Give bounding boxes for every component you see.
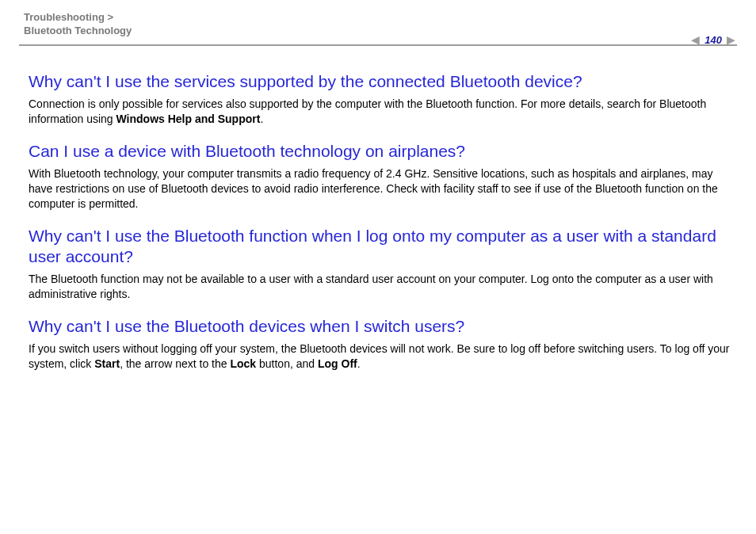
- breadcrumb-line2: Bluetooth Technology: [24, 25, 132, 36]
- section-body: If you switch users without logging off …: [29, 341, 732, 372]
- page-number: 140: [701, 34, 725, 46]
- breadcrumb-line1: Troubleshooting >: [24, 11, 113, 23]
- section-heading: Can I use a device with Bluetooth techno…: [29, 141, 732, 162]
- next-arrow-icon[interactable]: ▶: [725, 33, 737, 46]
- content-area: Why can't I use the services supported b…: [0, 46, 756, 372]
- section-body: With Bluetooth technology, your computer…: [29, 166, 732, 212]
- bold-text: Start: [94, 357, 120, 370]
- breadcrumb: Troubleshooting > Bluetooth Technology: [24, 11, 132, 38]
- section-body: Connection is only possible for services…: [29, 97, 732, 127]
- prev-arrow-icon[interactable]: ◀: [689, 33, 701, 46]
- body-text: .: [357, 357, 361, 370]
- bold-text: Lock: [230, 357, 256, 370]
- page-number-wrap: ◀ 140 ▶: [689, 33, 737, 46]
- page-header: Troubleshooting > Bluetooth Technology ◀…: [19, 0, 737, 46]
- section-heading: Why can't I use the Bluetooth function w…: [29, 226, 732, 268]
- section-heading: Why can't I use the services supported b…: [29, 71, 732, 92]
- body-text: button, and: [256, 357, 318, 370]
- section-heading: Why can't I use the Bluetooth devices wh…: [29, 316, 732, 337]
- section-body: The Bluetooth function may not be availa…: [29, 272, 732, 302]
- body-text: .: [260, 113, 263, 125]
- bold-text: Log Off: [318, 357, 357, 370]
- body-text: , the arrow next to the: [120, 357, 230, 370]
- bold-text: Windows Help and Support: [116, 113, 261, 125]
- document-page: Troubleshooting > Bluetooth Technology ◀…: [0, 0, 756, 534]
